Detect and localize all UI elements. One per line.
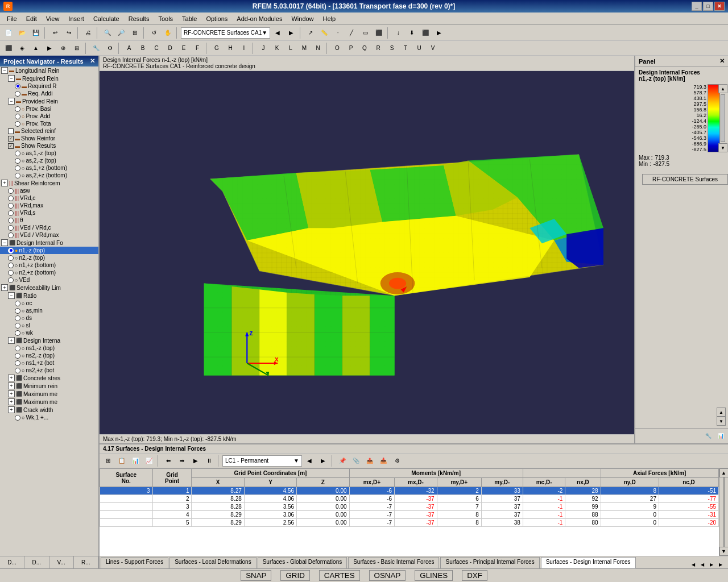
menu-options[interactable]: Options [201, 14, 232, 23]
tree-provided-rein[interactable]: − ▬ Provided Rein [0, 97, 98, 105]
menu-window[interactable]: Window [287, 14, 318, 23]
tb2-3[interactable]: ▲ [30, 42, 42, 55]
menu-addon[interactable]: Add-on Modules [232, 14, 287, 23]
menu-view[interactable]: View [42, 14, 64, 23]
tb-t7[interactable]: ▶ [189, 455, 202, 467]
tree-concrete-stress[interactable]: + ⬛ Concrete stres [0, 374, 98, 382]
tb2-25[interactable]: Q [358, 42, 371, 55]
tb-t3[interactable]: 📊 [129, 455, 142, 467]
tb-print[interactable]: 🖨 [82, 27, 94, 39]
legend-scroll-up[interactable]: ▲ [718, 84, 727, 93]
tree-radio[interactable] [15, 151, 20, 156]
tb-t1[interactable]: ⊞ [102, 455, 114, 467]
tree-radio[interactable] [15, 121, 20, 127]
tree-radio[interactable] [15, 360, 20, 366]
tree-ratio[interactable]: − ⬛ Ratio [0, 292, 98, 300]
tb2-12[interactable]: D [164, 42, 176, 55]
tree-radio[interactable] [15, 308, 20, 314]
tree-selected-reinf[interactable]: ▬ Selected reinf [0, 127, 98, 135]
tb2-20[interactable]: L [284, 42, 297, 55]
scroll-up-btn[interactable]: ▲ [719, 468, 729, 477]
tree-show-results[interactable]: ✓ ▬ Show Results [0, 142, 98, 149]
status-cartes[interactable]: CARTES [319, 570, 360, 581]
tb-t10[interactable]: ▶ [317, 455, 329, 467]
tb-solid[interactable]: ⬛ [373, 27, 385, 39]
menu-edit[interactable]: Edit [22, 14, 42, 23]
tree-n2-top[interactable]: ○ n2,-z (top) [0, 254, 98, 261]
panel-close-btn[interactable]: ✕ [719, 57, 725, 65]
tree-check[interactable]: ✓ [8, 136, 14, 142]
tb-line[interactable]: ╱ [345, 27, 358, 39]
tb2-5[interactable]: ⊕ [57, 42, 69, 55]
tree-as2-top[interactable]: ○ as,2,-z (top) [0, 157, 98, 164]
tb2-23[interactable]: O [331, 42, 344, 55]
tb2-15[interactable]: G [210, 42, 223, 55]
tb2-28[interactable]: T [399, 42, 412, 55]
tb-surface-load[interactable]: ⬛ [419, 27, 432, 39]
tree-radio[interactable] [15, 301, 20, 306]
tree-radio[interactable] [15, 415, 20, 421]
tab-principal-internal[interactable]: Surfaces - Principal Internal Forces [440, 557, 539, 568]
nav-tab-d1[interactable]: D... [0, 556, 24, 568]
tree-req-addi[interactable]: ▬ Req. Addi [0, 90, 98, 97]
tree-radio[interactable] [8, 188, 14, 194]
tb-redo[interactable]: ↪ [63, 27, 75, 39]
tree-radio[interactable] [8, 232, 14, 238]
tab-global-deform[interactable]: Surfaces - Global Deformations [258, 557, 348, 568]
tree-ns1-top[interactable]: ○ ns1,-z (top) [0, 344, 98, 352]
menu-results[interactable]: Results [124, 14, 154, 23]
menu-calculate[interactable]: Calculate [89, 14, 124, 23]
tb2-8[interactable]: ⚙ [104, 42, 116, 55]
tree-radio[interactable] [15, 173, 20, 178]
tree-radio[interactable] [15, 114, 20, 119]
tb-surface[interactable]: ▭ [359, 27, 371, 39]
menu-tools[interactable]: Tools [154, 14, 177, 23]
tree-radio[interactable] [15, 323, 20, 329]
expand-icon[interactable]: + [1, 180, 8, 186]
tree-theta[interactable]: ||| θ [0, 217, 98, 224]
tree-radio[interactable] [15, 91, 20, 97]
status-osnap[interactable]: OSNAP [369, 570, 406, 581]
tree-n1-top[interactable]: ● n1,-z (top) [0, 247, 98, 254]
tb-zoom-in[interactable]: 🔍 [101, 27, 114, 39]
tab-scroll-right[interactable]: ▶ [708, 560, 715, 568]
tb2-22[interactable]: N [312, 42, 324, 55]
table-row[interactable]: 2 8.28 4.06 0.00 -6 -37 6 37 -1 92 27 -7… [100, 495, 719, 503]
tree-show-reinfor[interactable]: ✓ ▬ Show Reinfor [0, 135, 98, 142]
tb-t6[interactable]: ➡ [176, 455, 188, 467]
tb-rotate[interactable]: ↺ [148, 27, 160, 39]
tree-radio[interactable] [8, 277, 14, 283]
module-dropdown[interactable]: RF-CONCRETE Surfaces CA1 ▼ [181, 27, 270, 39]
tree-ns1-bottom[interactable]: ○ ns1,+z (bot [0, 359, 98, 367]
tree-ved-vrdc[interactable]: ||| VEd / VRd,c [0, 224, 98, 231]
tb2-30[interactable]: V [427, 42, 439, 55]
tb-open[interactable]: 📂 [16, 27, 28, 39]
tree-sigma-c[interactable]: ○ σc [0, 300, 98, 307]
tb-line-load[interactable]: ⬇ [406, 27, 418, 39]
tree-radio[interactable] [15, 353, 20, 359]
expand-icon[interactable]: − [1, 67, 8, 74]
tree-wk1[interactable]: ○ Wk,1 +... [0, 414, 98, 421]
nav-tab-d2[interactable]: D... [24, 556, 49, 568]
tb-t9[interactable]: ◀ [303, 455, 316, 467]
tree-ns2-top[interactable]: ○ ns2,-z (top) [0, 352, 98, 359]
tree-design-internal[interactable]: − ⬛ Design Internal Fo [0, 239, 98, 247]
tb2-1[interactable]: ⬛ [2, 42, 15, 55]
tb-zoom-all[interactable]: ⊞ [129, 27, 141, 39]
rf-concrete-btn[interactable]: RF-CONCRETE Surfaces [642, 174, 728, 185]
tb2-2[interactable]: ◈ [16, 42, 28, 55]
tree-ns2-bottom[interactable]: ○ ns2,+z (bot [0, 367, 98, 374]
tree-longitudinal-rein[interactable]: − ▬ Longitudinal Rein [0, 66, 98, 74]
tree-prov-basi[interactable]: ○ Prov. Basi [0, 105, 98, 113]
tree-as2-bottom[interactable]: ○ as,2,+z (bottom) [0, 172, 98, 179]
tree-ved-vrdmax[interactable]: ||| VEd / VRd,max [0, 231, 98, 239]
tree-sl[interactable]: ○ sl [0, 322, 98, 329]
tree-radio[interactable] [15, 158, 20, 164]
tb2-26[interactable]: R [372, 42, 384, 55]
tb-undo[interactable]: ↩ [49, 27, 61, 39]
tb-t4[interactable]: 📈 [143, 455, 155, 467]
panel-scroll-down[interactable]: ▼ [717, 417, 726, 426]
tree-radio[interactable] [8, 210, 14, 216]
minimize-button[interactable]: _ [692, 2, 702, 11]
tb-measure[interactable]: 📏 [318, 27, 330, 39]
